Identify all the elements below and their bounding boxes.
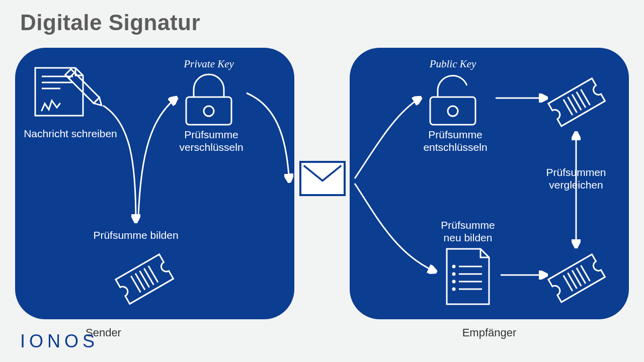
page-title: Digitale Signatur xyxy=(20,10,200,35)
receiver-panel: Public Key Prüfsumme entschlüsseln Prüfs… xyxy=(350,48,629,319)
mail-icon xyxy=(299,161,346,196)
ionos-logo: IONOS xyxy=(20,331,99,352)
sender-panel: Nachricht schreiben Private Key Prüfsumm… xyxy=(15,48,294,319)
receiver-caption: Empfänger xyxy=(350,326,629,339)
arrow-split-down-up-icon xyxy=(15,48,294,321)
receiver-arrows-icon xyxy=(350,48,629,321)
